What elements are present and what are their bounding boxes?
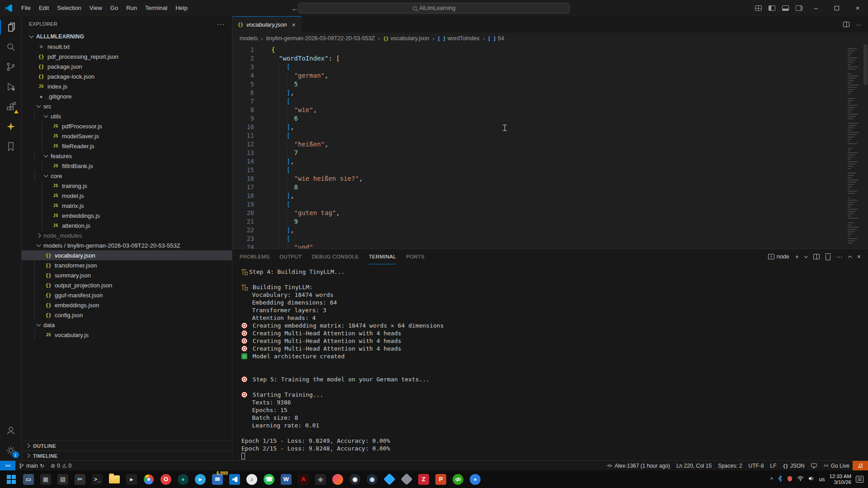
status-cursor-position[interactable]: Ln 220, Col 15: [673, 461, 715, 471]
minimize-button[interactable]: –: [806, 0, 826, 16]
menu-run[interactable]: Run: [122, 2, 141, 14]
tree-item-config-json[interactable]: {}config.json: [22, 310, 232, 320]
sparkle-icon[interactable]: [0, 117, 22, 136]
tree-item-result-txt[interactable]: ≡result.txt: [22, 42, 232, 52]
taskbar-steam[interactable]: ◉: [363, 470, 381, 488]
tree-item-src[interactable]: src: [22, 101, 232, 111]
taskbar-opera[interactable]: O: [157, 470, 175, 488]
breadcrumb-item[interactable]: models: [240, 35, 258, 42]
taskbar-file-explorer[interactable]: [106, 470, 123, 488]
terminal-dropdown-icon[interactable]: [804, 254, 808, 258]
settings-icon[interactable]: 1: [0, 441, 22, 460]
menu-file[interactable]: File: [17, 2, 35, 14]
breadcrumb-item[interactable]: [ ]wordToIndex: [438, 35, 480, 42]
clock[interactable]: 12:33 AM 3/10/26: [829, 474, 851, 485]
menu-edit[interactable]: Edit: [35, 2, 53, 14]
kill-terminal-icon[interactable]: [826, 255, 830, 260]
tree-root-folder[interactable]: ALLLMLEARNING: [22, 32, 232, 42]
split-editor-icon[interactable]: [843, 22, 849, 27]
tree-item-index-js[interactable]: JSindex.js: [22, 81, 232, 91]
tree-item-node-modules[interactable]: node_modules: [22, 230, 232, 240]
source-control-icon[interactable]: [0, 57, 22, 77]
bookmarks-icon[interactable]: [0, 136, 22, 156]
taskbar-music-player[interactable]: ♪: [243, 470, 260, 488]
section-timeline[interactable]: TIMELINE: [22, 450, 232, 460]
status-remote-explorer[interactable]: [808, 461, 820, 471]
tree-item-data[interactable]: data: [22, 320, 232, 330]
editor-more-actions-icon[interactable]: ···: [856, 21, 862, 28]
back-button[interactable]: ←: [292, 5, 298, 12]
taskbar-paint3d[interactable]: [381, 470, 398, 488]
tree-item-modelsaver-js[interactable]: JSmodelSaver.js: [22, 131, 232, 141]
status-commit-info[interactable]: Alex-1367 (1 hour ago): [604, 461, 673, 471]
editor-scrollbar[interactable]: [863, 44, 868, 249]
maximize-button[interactable]: [826, 0, 847, 16]
tree-item-attention-js[interactable]: JSattention.js: [22, 221, 232, 230]
taskbar-app-dark-1[interactable]: ▣: [37, 470, 54, 488]
breadcrumb-item[interactable]: tinyllm-german-2026-03-09T22-20-53-553Z: [266, 35, 375, 42]
breadcrumb-item[interactable]: [ ]54: [488, 35, 504, 42]
tree-item-package-json[interactable]: {}package.json: [22, 61, 232, 71]
tree-item-model-js[interactable]: JSmodel.js: [22, 191, 232, 201]
tab-close-icon[interactable]: ×: [292, 21, 295, 28]
status-eol[interactable]: LF: [767, 461, 780, 471]
tree-item-gguf-manifest-json[interactable]: {}gguf-manifest.json: [22, 290, 232, 300]
tray-expand-icon[interactable]: ^: [770, 476, 773, 483]
panel-more-actions-icon[interactable]: ···: [836, 253, 843, 260]
tree-item-matrix-js[interactable]: JSmatrix.js: [22, 201, 232, 211]
taskbar-system-monitor[interactable]: ▭: [20, 470, 37, 488]
taskbar-app-dark-2[interactable]: ▤: [54, 470, 71, 488]
taskbar-app-blue[interactable]: ●: [467, 470, 484, 488]
taskbar-vscode[interactable]: [226, 470, 243, 488]
tree-item-transformer-json[interactable]: {}transformer.json: [22, 260, 232, 270]
panel-tab-ports[interactable]: PORTS: [406, 249, 425, 264]
panel-tab-problems[interactable]: PROBLEMS: [240, 249, 269, 264]
taskbar-media-player[interactable]: ▸: [123, 470, 140, 488]
taskbar-quickbooks[interactable]: qb: [449, 470, 467, 488]
tree-item-utils[interactable]: utils: [22, 111, 232, 121]
taskbar-snipping-tool[interactable]: ✂: [71, 470, 89, 488]
taskbar-zotero[interactable]: Z: [415, 470, 432, 488]
code-editor[interactable]: 1{2 "wordToIndex": [3 [4 "german",5 56 ]…: [232, 44, 868, 249]
close-panel-icon[interactable]: ×: [857, 253, 861, 260]
tree-item-core[interactable]: core: [22, 171, 232, 181]
tree-item-vocabulary-js[interactable]: JSvocabulary.js: [22, 330, 232, 340]
tree-item-embeddings-json[interactable]: {}embeddings.json: [22, 300, 232, 310]
keyboard-layout[interactable]: us: [819, 476, 825, 483]
toggle-panel-icon[interactable]: [778, 2, 792, 14]
tree-item-filereader-js[interactable]: JSfileReader.js: [22, 141, 232, 151]
tree-item--gitignore[interactable]: ◆.gitignore: [22, 91, 232, 101]
status-do-not-disturb[interactable]: [853, 461, 868, 471]
panel-tab-debug-console[interactable]: DEBUG CONSOLE: [311, 249, 359, 264]
toggle-sidebar-icon[interactable]: [765, 2, 778, 14]
status-language-mode[interactable]: {}JSON: [780, 461, 808, 471]
terminal-output[interactable]: Step 4: Building TinyLLM... Building Tin…: [232, 264, 868, 460]
git-branch-item[interactable]: main ↻: [15, 461, 47, 471]
menu-help[interactable]: Help: [171, 2, 192, 14]
problems-item[interactable]: ⊘ 0 ⚠ 0: [47, 461, 75, 471]
tree-item-pdfprocessor-js[interactable]: JSpdfProcessor.js: [22, 121, 232, 131]
tree-item-vocabulary-json[interactable]: {}vocabulary.json: [22, 250, 232, 260]
account-icon[interactable]: [0, 421, 22, 441]
menu-terminal[interactable]: Terminal: [141, 2, 171, 14]
security-icon[interactable]: [787, 476, 793, 483]
minimap[interactable]: [846, 44, 863, 249]
taskbar-mail[interactable]: ✉6,999: [209, 470, 226, 488]
close-button[interactable]: ×: [847, 0, 868, 16]
panel-tab-terminal[interactable]: TERMINAL: [369, 249, 396, 264]
taskbar-app-dark-3[interactable]: ◆: [312, 470, 329, 488]
taskbar-word[interactable]: W: [278, 470, 295, 488]
tab-vocabulary-json[interactable]: {} vocabulary.json ×: [232, 16, 302, 33]
taskbar-whatsapp[interactable]: ☎: [260, 470, 278, 488]
tree-item-package-lock-json[interactable]: {}package-lock.json: [22, 71, 232, 81]
taskbar-acrobat[interactable]: A: [295, 470, 312, 488]
action-center-icon[interactable]: [856, 476, 863, 483]
taskbar-terminal[interactable]: >_: [89, 470, 106, 488]
explorer-more-actions-icon[interactable]: ···: [217, 20, 225, 28]
tree-item-features[interactable]: features: [22, 151, 232, 161]
menu-selection[interactable]: Selection: [53, 2, 85, 14]
tree-item-models-tinyllm-german-2026-03-09t22-20-53-553z[interactable]: models / tinyllm-german-2026-03-09T22-20…: [22, 240, 232, 250]
search-icon[interactable]: [0, 37, 22, 57]
taskbar-powerpoint[interactable]: P: [432, 470, 449, 488]
maximize-panel-icon[interactable]: [848, 255, 852, 259]
